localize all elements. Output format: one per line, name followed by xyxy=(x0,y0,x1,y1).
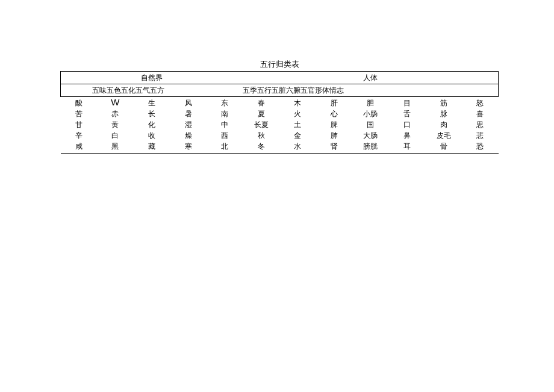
cell: 水 xyxy=(279,141,316,154)
cell: 金 xyxy=(279,130,316,141)
cell: 西 xyxy=(207,130,243,141)
cell: 肉 xyxy=(425,119,462,130)
cell: 暑 xyxy=(170,108,207,119)
cell: 冬 xyxy=(243,141,279,154)
data-row: 苦 赤 长 暑 南 夏 火 心 小肠 舌 脉 喜 xyxy=(61,108,499,119)
cell: W xyxy=(97,97,134,109)
cell: 皮毛 xyxy=(425,130,462,141)
sub-header-body: 五季五行五脏六腑五官形体情志 xyxy=(243,84,498,97)
cell: 肝 xyxy=(316,97,353,109)
cell: 国 xyxy=(352,119,389,130)
cell: 黄 xyxy=(97,119,134,130)
cell: 喜 xyxy=(462,108,499,119)
cell: 赤 xyxy=(97,108,134,119)
cell: 咸 xyxy=(61,141,98,154)
cell: 长夏 xyxy=(243,119,279,130)
cell: 春 xyxy=(243,97,279,109)
cell: 火 xyxy=(279,108,316,119)
group-header-body: 人体 xyxy=(243,72,498,84)
cell: 辛 xyxy=(61,130,98,141)
cell: 收 xyxy=(134,130,170,141)
cell: 寒 xyxy=(170,141,207,154)
cell: 燥 xyxy=(170,130,207,141)
table-container: 五行归类表 自然界 人体 五味五色五化五气五方 五季五行五脏六腑五官形体情志 酸… xyxy=(60,59,499,154)
cell: 北 xyxy=(207,141,243,154)
cell: 肾 xyxy=(316,141,353,154)
cell: 脉 xyxy=(425,108,462,119)
cell: 苦 xyxy=(61,108,98,119)
data-row: 咸 黑 藏 寒 北 冬 水 肾 膀胱 耳 骨 恐 xyxy=(61,141,499,154)
cell: 夏 xyxy=(243,108,279,119)
cell: 脾 xyxy=(316,119,353,130)
cell: 大肠 xyxy=(352,130,389,141)
cell: 长 xyxy=(134,108,170,119)
cell: 中 xyxy=(207,119,243,130)
data-row: 酸 W 生 风 东 春 木 肝 胆 目 筋 怒 xyxy=(61,97,499,109)
cell: 胆 xyxy=(352,97,389,109)
group-header-row: 自然界 人体 xyxy=(61,72,499,84)
cell: 小肠 xyxy=(352,108,389,119)
cell: 鼻 xyxy=(389,130,426,141)
group-header-nature: 自然界 xyxy=(61,72,243,84)
cell: 思 xyxy=(462,119,499,130)
cell: 黑 xyxy=(97,141,134,154)
cell: 风 xyxy=(170,97,207,109)
cell: 怒 xyxy=(462,97,499,109)
cell: 土 xyxy=(279,119,316,130)
cell-text: W xyxy=(111,97,119,107)
cell: 筋 xyxy=(425,97,462,109)
cell: 湿 xyxy=(170,119,207,130)
cell: 目 xyxy=(389,97,426,109)
cell: 膀胱 xyxy=(352,141,389,154)
cell: 秋 xyxy=(243,130,279,141)
sub-header-row: 五味五色五化五气五方 五季五行五脏六腑五官形体情志 xyxy=(61,84,499,97)
cell: 东 xyxy=(207,97,243,109)
data-row: 辛 白 收 燥 西 秋 金 肺 大肠 鼻 皮毛 悲 xyxy=(61,130,499,141)
data-row: 甘 黄 化 湿 中 长夏 土 脾 国 口 肉 思 xyxy=(61,119,499,130)
cell: 口 xyxy=(389,119,426,130)
cell: 木 xyxy=(279,97,316,109)
cell: 悲 xyxy=(462,130,499,141)
cell: 恐 xyxy=(462,141,499,154)
cell: 肺 xyxy=(316,130,353,141)
table-title: 五行归类表 xyxy=(60,59,499,70)
cell: 骨 xyxy=(425,141,462,154)
cell: 南 xyxy=(207,108,243,119)
cell: 酸 xyxy=(61,97,98,109)
sub-header-nature: 五味五色五化五气五方 xyxy=(61,84,243,97)
cell: 藏 xyxy=(134,141,170,154)
cell: 耳 xyxy=(389,141,426,154)
cell: 生 xyxy=(134,97,170,109)
cell: 心 xyxy=(316,108,353,119)
wuxing-table: 自然界 人体 五味五色五化五气五方 五季五行五脏六腑五官形体情志 酸 W 生 风… xyxy=(60,71,499,154)
cell: 舌 xyxy=(389,108,426,119)
cell: 白 xyxy=(97,130,134,141)
cell: 甘 xyxy=(61,119,98,130)
cell: 化 xyxy=(134,119,170,130)
